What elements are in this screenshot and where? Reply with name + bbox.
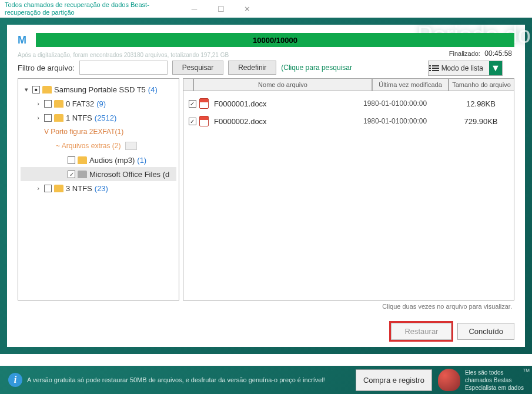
- tree-node[interactable]: ›0 FAT32 (9): [21, 96, 176, 111]
- tree-node[interactable]: Audios (mp3) (1): [21, 153, 176, 167]
- view-mode-dropdown[interactable]: ▼: [489, 61, 502, 75]
- file-row[interactable]: F0000001.docx1980-01-0100:00:0012.98KB: [183, 95, 514, 112]
- done-button[interactable]: Concluído: [457, 323, 514, 340]
- file-date: 1980-01-0100:00:00: [363, 99, 451, 108]
- expand-icon[interactable]: ›: [35, 185, 42, 192]
- filter-input[interactable]: [79, 61, 168, 75]
- minimize-button[interactable]: ─: [181, 1, 208, 17]
- file-header: Nome do arquivo Última vez modificada Ta…: [183, 78, 514, 91]
- file-size: 12.98KB: [451, 99, 510, 108]
- titlebar: Todos chamados de recuperação de dados B…: [0, 0, 532, 18]
- file-date: 1980-01-0100:00:00: [363, 117, 451, 125]
- info-icon: i: [8, 373, 22, 387]
- tm-mark: TM: [523, 368, 530, 373]
- reset-button[interactable]: Redefinir: [228, 61, 276, 75]
- tree-checkbox[interactable]: [32, 86, 40, 94]
- outer-frame: Periodo do ia: 05 Finalizado: 00:45:58 M…: [0, 18, 532, 354]
- window-title: Todos chamados de recuperação de dados B…: [5, 1, 181, 16]
- header-name-col[interactable]: Nome do arquivo: [193, 78, 372, 91]
- elapsed-value: 00:45:58: [484, 49, 512, 58]
- tree-node[interactable]: ~ Arquivos extras (2): [21, 139, 176, 153]
- tree-label: Microsoft Office Files (d: [89, 170, 169, 179]
- filter-row: Filtro de arquivo: Pesquisar Redefinir (…: [18, 61, 514, 75]
- action-row: Restaurar Concluído: [391, 323, 514, 340]
- tree-label: Samsung Portable SSD T5: [54, 85, 146, 94]
- buy-register-button[interactable]: Compra e registro: [356, 369, 432, 391]
- folder-icon: [42, 86, 52, 94]
- list-icon: [432, 65, 439, 71]
- folder-icon: [78, 156, 87, 164]
- preview-thumb: [125, 142, 137, 150]
- maximize-button[interactable]: ☐: [208, 1, 234, 17]
- tree-node[interactable]: ▾Samsung Portable SSD T5 (4): [21, 82, 176, 96]
- window-controls: ─ ☐ ✕: [181, 1, 260, 17]
- file-size: 729.90KB: [451, 117, 510, 126]
- file-list: F0000001.docx1980-01-0100:00:0012.98KBF0…: [183, 91, 514, 300]
- expand-icon[interactable]: ›: [35, 100, 42, 107]
- tree-label: 1 NTFS: [66, 113, 92, 122]
- tree-node[interactable]: ›3 NTFS (23): [21, 181, 176, 195]
- file-name: F0000001.docx: [210, 99, 363, 108]
- expand-icon[interactable]: ▾: [23, 86, 30, 94]
- tree-label: 0 FAT32: [66, 99, 94, 108]
- header-check-col: [183, 78, 193, 91]
- slogan-line-1: Eles são todos: [465, 369, 524, 376]
- view-mode-selector[interactable]: Modo de lista ▼: [428, 61, 503, 76]
- scan-status: Após a digitalização, foram encontrados …: [18, 52, 514, 58]
- tree-label: 3 NTFS: [66, 184, 92, 193]
- file-row[interactable]: F0000002.docx1980-01-0100:00:00729.90KB: [183, 112, 514, 130]
- folder-icon: [54, 185, 63, 192]
- tree-node[interactable]: Microsoft Office Files (d: [21, 167, 176, 181]
- file-name: F0000002.docx: [210, 117, 363, 126]
- docx-icon: [199, 98, 209, 109]
- tree-checkbox[interactable]: [44, 100, 52, 108]
- main-area: ▾Samsung Portable SSD T5 (4)›0 FAT32 (9)…: [18, 78, 514, 300]
- view-mode-label: Modo de lista: [441, 64, 483, 72]
- mascot-icon: [438, 369, 460, 391]
- tree-panel: ▾Samsung Portable SSD T5 (4)›0 FAT32 (9)…: [18, 78, 179, 300]
- header-size-col[interactable]: Tamanho do arquivo: [449, 78, 514, 91]
- folder-icon: [54, 114, 63, 122]
- docx-icon: [199, 116, 209, 126]
- elapsed-time: Finalizado: 00:45:58: [449, 49, 512, 58]
- footer: i A versão gratuita só pode restaurar 50…: [0, 366, 532, 394]
- progress-bar: 10000/10000: [36, 33, 514, 47]
- tree-label: V Porto figura 2EXFAT(1): [44, 128, 123, 136]
- tree-node[interactable]: ›1 NTFS (2512): [21, 111, 176, 125]
- search-button[interactable]: Pesquisar: [172, 61, 223, 75]
- expand-icon[interactable]: ›: [35, 114, 42, 121]
- restore-button[interactable]: Restaurar: [391, 323, 451, 340]
- slogan-line-3: Especialista em dados: [465, 384, 524, 392]
- file-checkbox[interactable]: [189, 118, 196, 125]
- tree-count: (1): [137, 156, 146, 165]
- file-checkbox[interactable]: [189, 100, 196, 108]
- folder-icon: [78, 171, 87, 178]
- inner-panel: Periodo do ia: 05 Finalizado: 00:45:58 M…: [7, 25, 525, 347]
- tree-checkbox[interactable]: [44, 114, 52, 122]
- close-button[interactable]: ✕: [234, 1, 260, 17]
- tree-node[interactable]: V Porto figura 2EXFAT(1): [21, 125, 176, 139]
- folder-icon: [54, 100, 63, 108]
- footer-slogan: TM Eles são todos chamados Bestas Especi…: [465, 369, 524, 392]
- file-panel: Nome do arquivo Última vez modificada Ta…: [183, 78, 514, 300]
- search-hint: (Clique para pesquisar: [281, 64, 352, 72]
- header-date-col[interactable]: Última vez modificada: [372, 78, 449, 91]
- filter-label: Filtro de arquivo:: [18, 64, 75, 72]
- tree-count: (9): [96, 99, 106, 108]
- progress-row: M 10000/10000: [18, 32, 514, 48]
- progress-text: 10000/10000: [253, 36, 297, 45]
- tree-label: ~ Arquivos extras (2): [56, 142, 121, 150]
- tree-checkbox[interactable]: [68, 156, 75, 164]
- tree-checkbox[interactable]: [44, 185, 52, 192]
- m-label: M: [18, 34, 26, 46]
- tree-label: Audios (mp3): [89, 156, 135, 165]
- elapsed-label: Finalizado:: [449, 50, 480, 57]
- tree-checkbox[interactable]: [68, 171, 75, 178]
- footer-text: A versão gratuita só pode restaurar 50MB…: [27, 376, 356, 383]
- slogan-line-2: chamados Bestas: [465, 376, 524, 384]
- tree-count: (4): [148, 85, 158, 94]
- dblclick-hint: Clique duas vezes no arquivo para visual…: [18, 303, 514, 310]
- tree-count: (2512): [95, 113, 117, 122]
- tree-count: (23): [95, 184, 108, 193]
